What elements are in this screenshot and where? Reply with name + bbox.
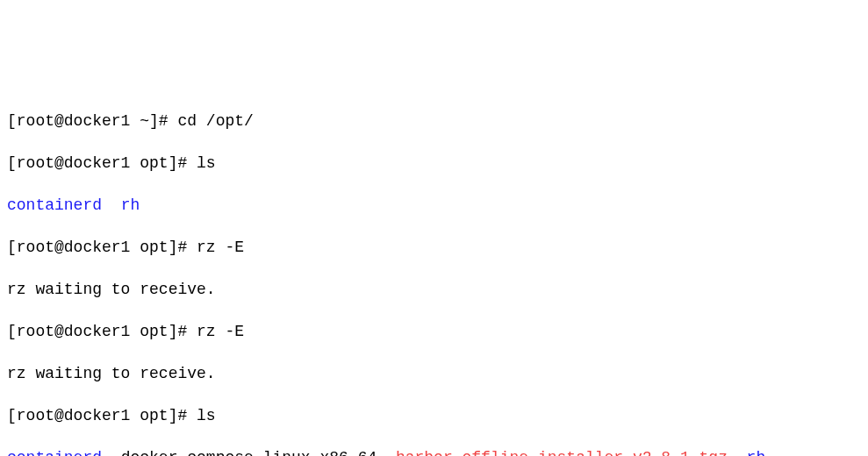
file-name: docker-compose-linux-x86_64 [121, 449, 377, 456]
command-text: rz -E [197, 239, 244, 256]
gap [102, 196, 121, 214]
output-text: rz waiting to receive. [7, 365, 216, 382]
gap [728, 449, 747, 456]
prompt: [root@docker1 opt]# [7, 239, 197, 256]
terminal-line: [root@docker1 opt]# rz -E [7, 321, 861, 342]
command-text: rz -E [197, 323, 244, 340]
terminal-line: containerd rh [7, 195, 861, 216]
output-text: rz waiting to receive. [7, 281, 216, 298]
dir-name: containerd [7, 449, 102, 456]
prompt: [root@docker1 opt]# [7, 323, 197, 340]
command-text: ls [197, 154, 216, 172]
terminal-line: [root@docker1 ~]# cd /opt/ [7, 110, 861, 132]
terminal-line: rz waiting to receive. [7, 279, 861, 300]
archive-name: harbor-offline-installer-v2.8.1.tgz [396, 449, 728, 456]
dir-name: rh [747, 449, 766, 456]
gap [377, 449, 396, 456]
dir-name: containerd [7, 196, 102, 214]
terminal-line: containerd docker-compose-linux-x86_64 h… [7, 447, 861, 456]
command-text: cd /opt/ [177, 112, 253, 130]
prompt: [root@docker1 opt]# [7, 154, 197, 172]
command-text: ls [197, 407, 216, 424]
terminal-line: rz waiting to receive. [7, 363, 861, 384]
prompt: [root@docker1 ~]# [7, 112, 177, 130]
terminal-output[interactable]: [root@docker1 ~]# cd /opt/ [root@docker1… [7, 89, 861, 456]
terminal-line: [root@docker1 opt]# rz -E [7, 237, 861, 258]
terminal-line: [root@docker1 opt]# ls [7, 153, 861, 174]
prompt: [root@docker1 opt]# [7, 407, 197, 424]
dir-name: rh [121, 196, 140, 214]
terminal-line: [root@docker1 opt]# ls [7, 405, 861, 426]
gap [102, 449, 121, 456]
